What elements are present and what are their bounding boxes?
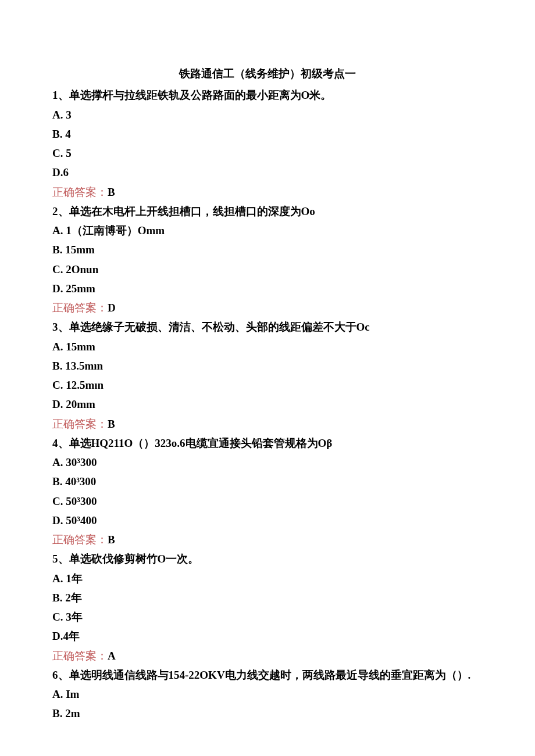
document-title: 铁路通信工（线务维护）初级考点一 [52,64,483,83]
question-option: B. 40³300 [52,472,483,491]
question-option: D.4年 [52,626,483,646]
question-stem: 2、单选在木电杆上开线担槽口，线担槽口的深度为Oo [52,202,483,221]
question-option: D. 20mm [52,395,483,414]
answer-label: 正确答案： [52,650,108,662]
question-stem: 1、单选撑杆与拉线距铁轨及公路路面的最小距离为O米。 [52,85,483,105]
answer-value: B [108,186,115,198]
question-option: D.6 [52,163,483,182]
question-stem: 3、单选绝缘子无破损、清洁、不松动、头部的线距偏差不大于Oc [52,317,483,336]
question-option: A. 1年 [52,569,483,588]
answer-label: 正确答案： [52,302,108,314]
question-stem: 5、单选砍伐修剪树竹O一次。 [52,549,483,568]
answer-value: B [108,418,115,430]
question-option: A. 1（江南博哥）Omm [52,221,483,240]
question-option: C. 5 [52,144,483,163]
question-option: B. 13.5mın [52,356,483,375]
answer-line: 正确答案：B [52,530,483,549]
answer-line: 正确答案：B [52,182,483,202]
question-option: B. 15mm [52,240,483,259]
question-option: B. 2年 [52,588,483,607]
question-option: D. 25mm [52,279,483,298]
question-option: B. 2m [52,704,483,723]
answer-line: 正确答案：A [52,646,483,665]
question-option: C. 12.5mın [52,375,483,395]
answer-value: B [108,533,115,546]
question-option: C. 3年 [52,607,483,626]
answer-value: A [108,650,116,662]
question-option: A. 3 [52,105,483,124]
question-stem: 6、单选明线通信线路与154-22OKV电力线交越时，两线路最近导线的垂宜距离为… [52,665,483,685]
document-body: 1、单选撑杆与拉线距铁轨及公路路面的最小距离为O米。A. 3B. 4C. 5D.… [52,85,483,723]
document-page: 铁路通信工（线务维护）初级考点一 1、单选撑杆与拉线距铁轨及公路路面的最小距离为… [0,0,535,756]
answer-label: 正确答案： [52,533,108,546]
question-option: A. Im [52,685,483,704]
question-option: A. 15mm [52,337,483,356]
answer-label: 正确答案： [52,418,108,430]
answer-value: D [108,302,116,314]
question-option: D. 50³400 [52,511,483,530]
question-option: C. 2Onun [52,260,483,279]
question-option: B. 4 [52,124,483,144]
question-stem: 4、单选HQ211O（）323o.6电缆宜通接头铅套管规格为Oβ [52,433,483,453]
answer-label: 正确答案： [52,186,108,198]
answer-line: 正确答案：D [52,298,483,317]
question-option: C. 50³300 [52,492,483,511]
question-option: A. 30³300 [52,453,483,472]
answer-line: 正确答案：B [52,414,483,433]
